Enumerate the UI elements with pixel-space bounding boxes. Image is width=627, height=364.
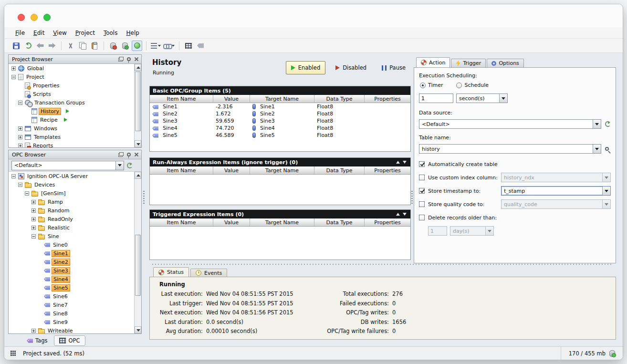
disabled-button[interactable]: Disabled (330, 61, 372, 74)
scroll-up-button[interactable] (135, 172, 141, 179)
menu-tools[interactable]: Tools (99, 29, 122, 37)
enabled-button[interactable]: Enabled (286, 61, 325, 74)
tree-item-windows[interactable]: Windows (9, 124, 134, 133)
column-header[interactable]: Value (213, 218, 250, 226)
refresh-icon[interactable] (127, 163, 133, 168)
scroll-down-button[interactable] (135, 140, 141, 147)
tree-item-reports[interactable]: Reports (9, 141, 134, 147)
tree-item-devices[interactable]: Devices (9, 180, 134, 189)
column-header[interactable]: Target Name (250, 166, 314, 174)
table-row[interactable]: Sine3 59.659 Sine3 Float8 (150, 117, 410, 125)
tree-item-properties[interactable]: Properties (9, 81, 134, 90)
tab-events[interactable]: Events (190, 269, 227, 277)
update-project-button[interactable] (23, 41, 33, 51)
tree-item-recipe[interactable]: Recipe (9, 115, 134, 124)
opc-browser-header[interactable]: OPC Browser (9, 150, 141, 159)
tree-item-sine9[interactable]: Sine9 (9, 318, 134, 326)
column-header[interactable]: Item Name (150, 166, 213, 174)
tree-item-gensim[interactable]: [GenSim] (9, 189, 134, 198)
table-row[interactable]: Sine4 74.720 Sine4 Float8 (150, 125, 410, 132)
table-row[interactable]: Sine2 1.672 Sine2 Float8 (150, 110, 410, 117)
column-header[interactable]: Properties (365, 166, 410, 174)
search-icon[interactable] (605, 147, 609, 151)
column-header[interactable]: Target Name (250, 95, 314, 103)
timestamp-column-select[interactable]: t_stamp (501, 186, 611, 196)
link-options-button[interactable] (163, 41, 175, 51)
tree-expander[interactable] (25, 191, 29, 196)
project-browser-header[interactable]: Project Browser (9, 55, 141, 64)
column-header[interactable]: Properties (365, 95, 410, 103)
menu-view[interactable]: View (49, 29, 71, 37)
timer-radio[interactable]: Timer (420, 82, 443, 88)
close-panel-icon[interactable] (134, 57, 139, 62)
schedule-radio[interactable]: Schedule (456, 82, 489, 88)
tree-expander[interactable] (31, 208, 36, 213)
pin-panel-icon[interactable] (127, 57, 131, 61)
minimize-window-button[interactable] (31, 14, 38, 21)
tree-item-writeable[interactable]: Writeable (9, 326, 134, 333)
opc-quick-client-button[interactable] (132, 41, 142, 51)
delete-older-checkbox[interactable] (419, 215, 425, 220)
table-row[interactable]: Sine1 -2.316 Sine1 Float8 (150, 103, 410, 110)
titlebar[interactable] (4, 4, 623, 27)
column-header[interactable]: Data Type (314, 95, 365, 103)
float-panel-icon[interactable] (118, 57, 124, 62)
run-always-title-bar[interactable]: Run-Always Expression Items (ignore trig… (150, 158, 410, 166)
tree-item-sine0[interactable]: Sine0 (9, 240, 134, 249)
tree-item-ramp[interactable]: Ramp (9, 198, 134, 206)
tab-trigger[interactable]: Trigger (451, 59, 486, 67)
tree-item-scripts[interactable]: Scripts (9, 90, 134, 98)
tab-tags[interactable]: Tags (21, 335, 52, 346)
tab-opc[interactable]: OPC (54, 335, 85, 346)
data-source-select[interactable]: <Default> (419, 119, 601, 129)
tree-expander[interactable] (18, 126, 22, 131)
tree-item-sine8[interactable]: Sine8 (9, 309, 134, 318)
horizontal-splitter[interactable] (149, 262, 616, 266)
menu-project[interactable]: Project (71, 29, 99, 37)
collapse-down-icon[interactable] (403, 213, 407, 216)
timer-unit-select[interactable]: second(s) (456, 94, 508, 103)
menu-edit[interactable]: Edit (29, 29, 49, 37)
column-header[interactable]: Target Name (250, 218, 314, 226)
tree-expander[interactable] (18, 183, 22, 187)
tree-item-realistic[interactable]: Realistic (9, 223, 134, 232)
store-timestamp-checkbox[interactable] (419, 188, 425, 194)
timer-interval-input[interactable] (419, 94, 453, 103)
vertical-scrollbar[interactable] (134, 64, 141, 147)
tree-item-global[interactable]: Global (9, 64, 134, 73)
tree-item-transaction-groups[interactable]: Transaction Groups (9, 98, 134, 107)
close-window-button[interactable] (18, 14, 25, 21)
list-options-button[interactable] (150, 41, 161, 51)
grid-handle-icon[interactable] (10, 350, 16, 356)
copy-button[interactable] (77, 41, 88, 51)
tree-expander[interactable] (31, 226, 36, 230)
tree-expander[interactable] (31, 234, 36, 239)
collapse-up-icon[interactable] (396, 213, 400, 216)
save-button[interactable] (11, 41, 21, 51)
tree-item-history[interactable]: History (9, 107, 134, 115)
tree-expander[interactable] (18, 101, 22, 105)
table-column-headers[interactable]: Item Name Value Target Name Data Type Pr… (150, 166, 410, 175)
refresh-icon[interactable] (605, 121, 611, 127)
tree-item-sine7[interactable]: Sine7 (9, 301, 134, 309)
tag-tool-button[interactable] (195, 41, 206, 51)
table-column-headers[interactable]: Item Name Value Target Name Data Type Pr… (150, 95, 410, 103)
db-edit-button[interactable] (120, 41, 130, 51)
scroll-down-button[interactable] (135, 326, 141, 333)
menu-file[interactable]: File (11, 29, 29, 37)
left-splitter[interactable] (142, 53, 146, 346)
tree-item-sine6[interactable]: Sine6 (9, 292, 134, 301)
tree-item-readonly[interactable]: ReadOnly (9, 215, 134, 223)
tab-status[interactable]: Status (153, 267, 189, 277)
tree-expander[interactable] (11, 75, 16, 79)
collapse-up-icon[interactable] (396, 161, 400, 164)
tab-options[interactable]: Options (487, 59, 523, 67)
pin-panel-icon[interactable] (127, 153, 131, 156)
custom-index-checkbox[interactable] (419, 175, 425, 180)
tree-item-sine1[interactable]: Sine1 (9, 249, 134, 258)
auto-create-checkbox[interactable] (419, 161, 425, 167)
column-header[interactable]: Item Name (150, 218, 213, 226)
table-name-select[interactable]: history (419, 144, 601, 154)
column-header[interactable]: Data Type (314, 218, 365, 226)
scroll-up-button[interactable] (135, 64, 141, 71)
